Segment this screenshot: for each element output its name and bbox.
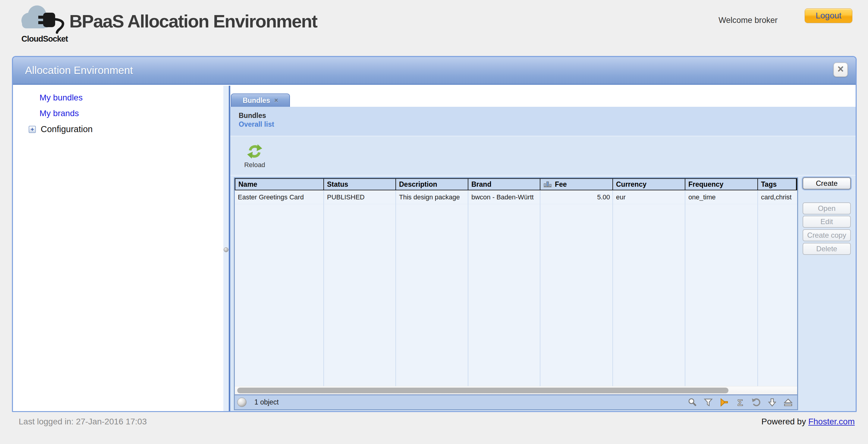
sidebar-item-my-bundles[interactable]: My bundles	[39, 93, 83, 102]
search-icon[interactable]	[687, 397, 697, 407]
column-separator	[685, 190, 685, 386]
cell-name: Easter Greetings Card	[235, 190, 324, 204]
table-header-row: Name Status Description Brand Fee	[235, 178, 797, 190]
cell-frequency: one_time	[685, 190, 758, 204]
column-separator	[468, 190, 468, 386]
column-separator	[396, 190, 396, 386]
bar-chart-icon	[544, 181, 552, 188]
cell-currency: eur	[613, 190, 685, 204]
cloudsocket-logo-icon	[17, 4, 73, 35]
window-close-icon[interactable]: ×	[833, 62, 848, 77]
toolbar: Reload	[230, 136, 856, 176]
download-icon[interactable]	[767, 397, 777, 407]
column-separator	[613, 190, 613, 386]
sidebar-item-configuration[interactable]: + Configuration	[29, 124, 223, 134]
allocation-window: Allocation Environment × My bundles My b…	[12, 56, 857, 412]
status-bar-tools: Σ	[687, 395, 793, 409]
horizontal-scrollbar[interactable]	[235, 386, 797, 394]
delete-button[interactable]: Delete	[803, 243, 851, 255]
tab-bundles-label: Bundles	[243, 96, 270, 105]
window-body: My bundles My brands + Configuration Bun…	[13, 86, 856, 411]
reload-icon	[247, 144, 262, 159]
filter-active-icon[interactable]	[719, 397, 729, 407]
sidebar: My bundles My brands + Configuration	[13, 86, 223, 411]
content-area: Bundles × Bundles Overall list	[230, 86, 856, 411]
cell-brand: bwcon - Baden-Württ	[468, 190, 540, 204]
table-row[interactable]: Easter Greetings Card PUBLISHED This des…	[235, 190, 797, 204]
cell-tags: card,christ	[758, 190, 797, 204]
sum-icon[interactable]: Σ	[735, 397, 745, 407]
logout-button[interactable]: Logout	[805, 8, 852, 23]
status-bar: 1 object	[235, 394, 797, 409]
table-body: Easter Greetings Card PUBLISHED This des…	[235, 190, 797, 386]
reload-label: Reload	[244, 161, 265, 169]
sidebar-item-my-brands[interactable]: My brands	[39, 109, 79, 118]
svg-text:Σ: Σ	[738, 397, 743, 407]
column-separator	[757, 190, 758, 386]
page-footer: Last logged in: 27-Jan-2016 17:03 Powere…	[0, 412, 868, 444]
tab-bundles[interactable]: Bundles ×	[231, 93, 290, 107]
eject-icon[interactable]	[783, 397, 793, 407]
tab-close-icon[interactable]: ×	[274, 96, 278, 105]
status-sphere-icon	[237, 397, 247, 407]
window-title: Allocation Environment	[25, 64, 133, 76]
column-header-name[interactable]: Name	[235, 179, 324, 190]
breadcrumb-title: Bundles	[239, 112, 856, 120]
undo-icon[interactable]	[751, 397, 761, 407]
last-login-text: Last logged in: 27-Jan-2016 17:03	[19, 417, 147, 426]
column-header-tags[interactable]: Tags	[758, 179, 797, 190]
powered-by-text: Powered by	[761, 417, 808, 426]
column-header-fee[interactable]: Fee	[540, 179, 613, 190]
cell-fee: 5.00	[540, 190, 613, 204]
filter-icon[interactable]	[704, 397, 713, 407]
page-title: BPaaS Allocation Environment	[69, 11, 317, 32]
column-header-description[interactable]: Description	[396, 179, 468, 190]
bundles-table: Name Status Description Brand Fee	[234, 177, 798, 410]
column-header-status[interactable]: Status	[324, 179, 396, 190]
expand-plus-icon[interactable]: +	[29, 126, 36, 133]
tab-strip	[230, 86, 856, 107]
logo-caption: CloudSocket	[14, 34, 75, 44]
configuration-label: Configuration	[41, 124, 93, 134]
fhoster-link[interactable]: Fhoster.com	[808, 417, 855, 426]
column-header-frequency[interactable]: Frequency	[685, 179, 758, 190]
breadcrumb: Bundles Overall list	[230, 107, 856, 136]
cell-description: This design package	[396, 190, 468, 204]
splitter-handle-icon[interactable]	[224, 247, 228, 252]
open-button[interactable]: Open	[803, 202, 851, 214]
reload-button[interactable]: Reload	[238, 139, 272, 174]
window-titlebar: Allocation Environment ×	[13, 57, 856, 85]
object-count: 1 object	[254, 398, 279, 406]
column-separator	[323, 190, 324, 386]
column-header-fee-label: Fee	[555, 180, 567, 188]
column-separator	[540, 190, 540, 386]
edit-button[interactable]: Edit	[803, 216, 851, 228]
powered-by: Powered by Fhoster.com	[761, 417, 855, 426]
welcome-text: Welcome broker	[718, 16, 778, 25]
cloudsocket-logo: CloudSocket	[14, 4, 75, 44]
screen: CloudSocket BPaaS Allocation Environment…	[0, 0, 868, 444]
column-header-brand[interactable]: Brand	[468, 179, 540, 190]
breadcrumb-overall-list[interactable]: Overall list	[239, 120, 274, 128]
app-header: CloudSocket BPaaS Allocation Environment…	[0, 0, 868, 56]
create-copy-button[interactable]: Create copy	[803, 229, 851, 241]
cell-status: PUBLISHED	[324, 190, 396, 204]
column-header-currency[interactable]: Currency	[613, 179, 685, 190]
scrollbar-thumb[interactable]	[237, 388, 728, 393]
create-button[interactable]: Create	[803, 177, 851, 189]
